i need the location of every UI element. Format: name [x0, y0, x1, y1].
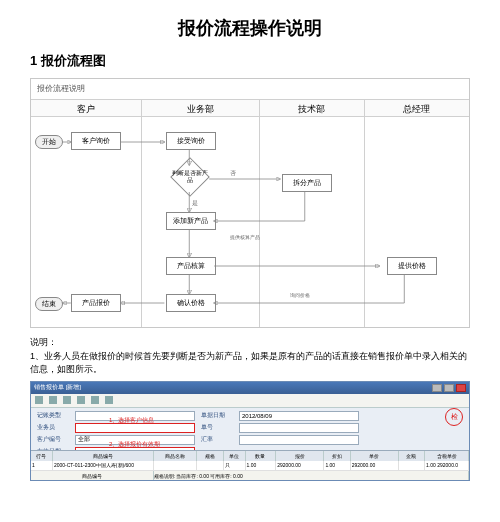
- toolbar: [31, 394, 469, 408]
- node-confirm: 确认价格: [166, 294, 216, 312]
- window-min-button[interactable]: [432, 384, 442, 392]
- toolbar-icon[interactable]: [105, 396, 113, 404]
- desc-head: 说明：: [30, 336, 470, 350]
- window-titlebar: 销售报价单 [新增]: [31, 382, 469, 394]
- label-docno: 单号: [201, 423, 233, 432]
- lane-business: 业务部: [142, 99, 259, 117]
- label-date: 单据日期: [201, 411, 233, 420]
- label-rate: 汇率: [201, 435, 233, 444]
- field-docno[interactable]: [239, 423, 359, 433]
- window-close-button[interactable]: [456, 384, 466, 392]
- node-cost: 产品核算: [166, 257, 216, 275]
- node-receive: 接受询价: [166, 132, 216, 150]
- node-customer-inquire: 客户询价: [71, 132, 121, 150]
- node-judge: 判断是否新产品: [170, 165, 210, 189]
- lane-tech: 技术部: [260, 99, 364, 117]
- node-provide: 提供价格: [387, 257, 437, 275]
- field-date[interactable]: 2012/08/09: [239, 411, 359, 421]
- desc-body: 1、业务人员在做报价的时候首先要判断是否为新产品，如果是原有的产品的话直接在销售…: [30, 350, 470, 377]
- lane-gm: 总经理: [365, 99, 469, 117]
- section-1-heading: 1 报价流程图: [30, 52, 470, 70]
- node-end: 结束: [35, 297, 63, 311]
- annotation-2: 2、选择报价有效期: [109, 440, 160, 449]
- window-title: 销售报价单 [新增]: [34, 383, 81, 392]
- flowchart-container: 报价流程说明 客户 开始 客户询价 结束 产品报价 业务部 接受询价 判断是否新…: [30, 78, 470, 328]
- label-record-type: 记账类型: [37, 411, 69, 420]
- field-rate[interactable]: [239, 435, 359, 445]
- node-add-new: 添加新产品: [166, 212, 216, 230]
- app-screenshot: 销售报价单 [新增] 记账类型 单据日期 2012/08/09 业务员 单号: [30, 381, 470, 481]
- node-quote: 产品报价: [71, 294, 121, 312]
- toolbar-icon[interactable]: [77, 396, 85, 404]
- window-max-button[interactable]: [444, 384, 454, 392]
- label-cust: 客户编号: [37, 435, 69, 444]
- grid-footer: 商品编号 规格说明: 当前库存: 0.00 可用库存: 0.00: [31, 471, 469, 481]
- annotation-1: 1、选择客户信息: [109, 416, 154, 425]
- node-start: 开始: [35, 135, 63, 149]
- toolbar-icon[interactable]: [91, 396, 99, 404]
- data-grid: 行号 商品编号 商品名称 规格 单位 数量 报价 折扣 单价 金额 含税单价 1…: [31, 450, 469, 480]
- grid-header: 行号 商品编号 商品名称 规格 单位 数量 报价 折扣 单价 金额 含税单价: [31, 451, 469, 461]
- toolbar-icon[interactable]: [63, 396, 71, 404]
- node-split: 拆分产品: [282, 174, 332, 192]
- description: 说明： 1、业务人员在做报价的时候首先要判断是否为新产品，如果是原有的产品的话直…: [30, 336, 470, 377]
- stamp-icon: 检: [445, 408, 463, 426]
- flowchart-label: 报价流程说明: [37, 83, 85, 94]
- toolbar-icon[interactable]: [35, 396, 43, 404]
- page-title: 报价流程操作说明: [30, 16, 470, 40]
- label-sales: 业务员: [37, 423, 69, 432]
- grid-row[interactable]: 1 2000-CT-011-2300中国人寿(新)/600 只 1.00 292…: [31, 461, 469, 471]
- toolbar-icon[interactable]: [49, 396, 57, 404]
- lane-customer: 客户: [31, 99, 141, 117]
